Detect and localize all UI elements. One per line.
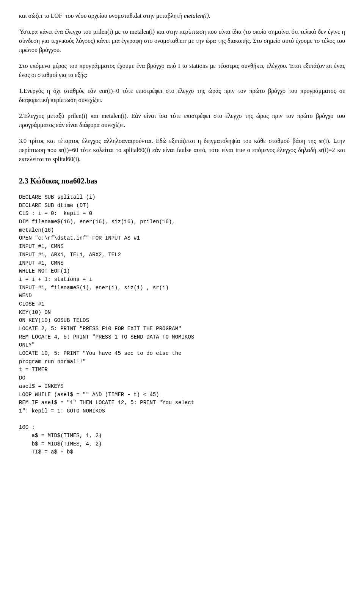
paragraph-2: Ύστερα κάνει ένα έλεγχο του prilen(i) με…: [19, 27, 345, 55]
para6-text: 3.0 τρίτος και τέταρτος έλεγχος αλληλοαν…: [19, 136, 345, 164]
para4-text: 1.Ενεργός η όχι σταθμός εάν enr(i)=0 τότ…: [19, 86, 345, 105]
paragraph-6: 3.0 τρίτος και τέταρτος έλεγχος αλληλοαν…: [19, 136, 345, 164]
paragraph-1: και σώζει το LOF του νέου αρχείου ονομστ…: [19, 11, 345, 20]
section-heading-text: 2.3 Κώδικας noa602.bas: [19, 177, 97, 185]
paragraph-4: 1.Ενεργός η όχι σταθμός εάν enr(i)=0 τότ…: [19, 86, 345, 105]
para3-text: Στο επόμενο μέρος του προγράμματος έχουμ…: [19, 61, 345, 80]
section-heading: 2.3 Κώδικας noa602.bas: [19, 175, 345, 187]
paragraph-3: Στο επόμενο μέρος του προγράμματος έχουμ…: [19, 61, 345, 80]
para2-text: Ύστερα κάνει ένα έλεγχο του prilen(i) με…: [19, 27, 345, 55]
para1-text: και σώζει το LOF του νέου αρχείου ονομστ…: [19, 11, 345, 20]
para5-text: 2.Έλεγχος μεταξύ prilen(i) και metalen(i…: [19, 111, 345, 130]
paragraph-5: 2.Έλεγχος μεταξύ prilen(i) και metalen(i…: [19, 111, 345, 130]
code-block: DECLARE SUB splitall (i) DECLARE SUB dti…: [19, 193, 345, 456]
main-content: και σώζει το LOF του νέου αρχείου ονομστ…: [19, 11, 345, 456]
